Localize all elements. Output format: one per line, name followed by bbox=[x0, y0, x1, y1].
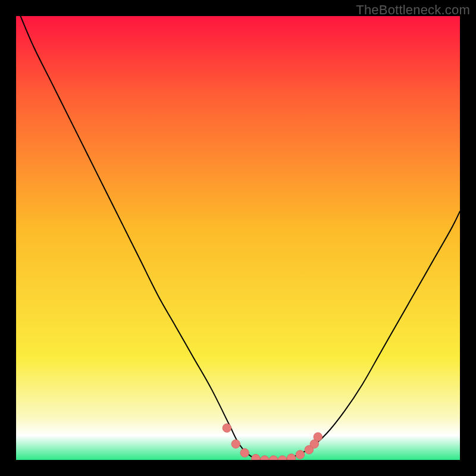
gradient-background bbox=[16, 16, 460, 460]
chart-frame: TheBottleneck.com bbox=[0, 0, 476, 476]
marker-point bbox=[252, 455, 260, 460]
marker-point bbox=[296, 450, 304, 459]
marker-point bbox=[223, 424, 231, 432]
marker-point bbox=[231, 440, 240, 448]
marker-point bbox=[314, 433, 322, 441]
bottleneck-chart bbox=[16, 16, 460, 460]
marker-point bbox=[240, 449, 249, 457]
marker-point bbox=[287, 454, 295, 460]
